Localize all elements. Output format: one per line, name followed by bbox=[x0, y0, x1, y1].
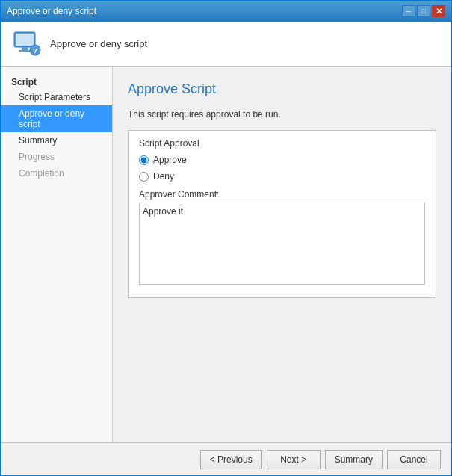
content-area: Script Script Parameters Approve or deny… bbox=[1, 67, 451, 442]
description-text: This script requires approval to be run. bbox=[128, 109, 436, 120]
footer: < Previous Next > Summary Cancel bbox=[1, 442, 451, 475]
svg-rect-3 bbox=[19, 50, 31, 52]
close-button[interactable]: ✕ bbox=[432, 5, 445, 17]
svg-rect-2 bbox=[22, 47, 28, 50]
approve-label: Approve bbox=[153, 155, 187, 165]
sidebar: Script Script Parameters Approve or deny… bbox=[1, 67, 113, 442]
comment-label: Approver Comment: bbox=[139, 189, 425, 200]
approve-radio-option[interactable]: Approve bbox=[139, 155, 425, 165]
sidebar-item-completion: Completion bbox=[1, 165, 112, 182]
svg-rect-1 bbox=[16, 34, 34, 46]
svg-text:?: ? bbox=[33, 47, 37, 55]
computer-icon: ? bbox=[11, 29, 41, 59]
main-content: Approve Script This script requires appr… bbox=[113, 67, 451, 442]
sidebar-item-summary[interactable]: Summary bbox=[1, 132, 112, 149]
sidebar-item-progress: Progress bbox=[1, 149, 112, 165]
cancel-button[interactable]: Cancel bbox=[387, 450, 441, 469]
page-title: Approve Script bbox=[128, 81, 436, 97]
header-area: ? Approve or deny script bbox=[1, 22, 451, 67]
summary-button[interactable]: Summary bbox=[325, 450, 383, 469]
sidebar-item-approve-deny[interactable]: Approve or deny script bbox=[1, 105, 112, 132]
previous-button[interactable]: < Previous bbox=[200, 450, 262, 469]
deny-radio-option[interactable]: Deny bbox=[139, 171, 425, 182]
sidebar-item-script-parameters[interactable]: Script Parameters bbox=[1, 89, 112, 105]
script-approval-group: Script Approval Approve Deny Approver Co… bbox=[128, 130, 436, 298]
deny-label: Deny bbox=[153, 171, 174, 182]
window-title: Approve or deny script bbox=[7, 6, 96, 16]
sidebar-section-script: Script bbox=[1, 74, 112, 89]
deny-radio[interactable] bbox=[139, 172, 149, 182]
group-box-label: Script Approval bbox=[139, 138, 425, 149]
dialog-window: Approve or deny script ─ □ ✕ ? Approve o… bbox=[0, 0, 452, 476]
approve-radio[interactable] bbox=[139, 155, 149, 165]
maximize-button[interactable]: □ bbox=[417, 5, 430, 17]
minimize-button[interactable]: ─ bbox=[402, 5, 415, 17]
approver-comment-textarea[interactable] bbox=[139, 203, 425, 285]
header-title: Approve or deny script bbox=[50, 38, 147, 49]
title-bar: Approve or deny script ─ □ ✕ bbox=[1, 1, 451, 22]
next-button[interactable]: Next > bbox=[267, 450, 321, 469]
title-bar-controls: ─ □ ✕ bbox=[402, 5, 445, 17]
